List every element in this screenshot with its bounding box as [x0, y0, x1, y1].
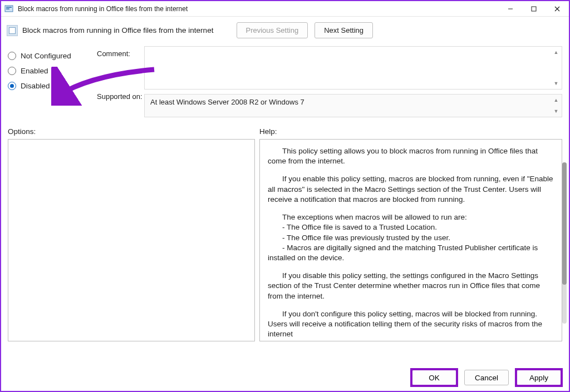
minimize-button[interactable]	[499, 1, 522, 17]
radio-icon	[8, 67, 16, 75]
radio-label: Disabled	[21, 82, 50, 90]
help-text: If you enable this policy setting, macro…	[268, 174, 554, 205]
field-labels: Comment: Supported on:	[97, 43, 144, 117]
scroll-down-icon[interactable]: ▼	[553, 80, 559, 87]
header: Block macros from running in Office file…	[1, 17, 569, 43]
footer-buttons: OK Cancel Apply	[412, 370, 561, 385]
radio-not-configured[interactable]: Not Configured	[8, 52, 97, 60]
help-line: - Macros are digitally signed and the ma…	[268, 243, 554, 263]
close-button[interactable]	[546, 1, 569, 17]
svg-rect-2	[6, 8, 9, 9]
previous-setting-button[interactable]: Previous Setting	[237, 22, 308, 38]
help-text: This policy setting allows you to block …	[268, 146, 554, 166]
supported-label: Supported on:	[97, 92, 144, 101]
window-title: Block macros from running in Office file…	[18, 5, 499, 13]
scroll-down-icon[interactable]: ▼	[553, 108, 559, 115]
cancel-button[interactable]: Cancel	[464, 370, 509, 385]
help-panel: This policy setting allows you to block …	[259, 139, 562, 341]
scroll-up-icon[interactable]: ▲	[553, 49, 559, 56]
window-buttons	[499, 1, 569, 17]
maximize-button[interactable]	[522, 1, 546, 17]
split-labels: Options: Help:	[1, 117, 569, 139]
vertical-scrollbar[interactable]	[562, 162, 567, 324]
title-bar: Block macros from running in Office file…	[1, 1, 569, 17]
apply-button[interactable]: Apply	[517, 370, 561, 385]
radio-label: Not Configured	[21, 52, 71, 60]
supported-on-text: At least Windows Server 2008 R2 or Windo…	[150, 98, 304, 106]
split-body: This policy setting allows you to block …	[1, 139, 569, 341]
help-line: The exceptions when macros will be allow…	[268, 212, 554, 222]
radio-label: Enabled	[21, 67, 48, 75]
help-line: - The Office file was previously trusted…	[268, 233, 554, 243]
svg-rect-1	[6, 7, 12, 8]
comment-textarea[interactable]: ▲ ▼	[144, 46, 562, 90]
help-text: If you disable this policy setting, the …	[268, 271, 554, 301]
radio-icon	[8, 82, 16, 90]
field-values: ▲ ▼ At least Windows Server 2008 R2 or W…	[144, 43, 562, 117]
state-section: Not Configured Enabled Disabled Comment:…	[1, 43, 569, 117]
options-panel	[8, 139, 255, 341]
highlight-apply: Apply	[517, 370, 561, 385]
help-label: Help:	[259, 127, 277, 136]
next-setting-button[interactable]: Next Setting	[315, 22, 373, 38]
highlight-ok: OK	[412, 370, 456, 385]
radio-disabled[interactable]: Disabled	[8, 82, 97, 90]
help-line: - The Office file is saved to a Trusted …	[268, 222, 554, 232]
help-text: The exceptions when macros will be allow…	[268, 212, 554, 263]
radio-enabled[interactable]: Enabled	[8, 67, 97, 75]
supported-on-box: At least Windows Server 2008 R2 or Windo…	[144, 94, 562, 117]
app-icon	[4, 4, 13, 13]
help-text: If you don't configure this policy setti…	[268, 309, 554, 340]
ok-button[interactable]: OK	[412, 370, 456, 385]
policy-title: Block macros from running in Office file…	[22, 26, 237, 34]
nav-buttons: Previous Setting Next Setting	[237, 22, 374, 38]
svg-rect-4	[532, 7, 536, 11]
state-radios: Not Configured Enabled Disabled	[8, 43, 97, 117]
policy-icon	[7, 25, 18, 36]
scroll-up-icon[interactable]: ▲	[553, 97, 559, 103]
radio-icon	[8, 52, 16, 60]
scrollbar-thumb[interactable]	[562, 162, 567, 285]
comment-label: Comment:	[97, 49, 144, 58]
options-label: Options:	[8, 127, 259, 136]
